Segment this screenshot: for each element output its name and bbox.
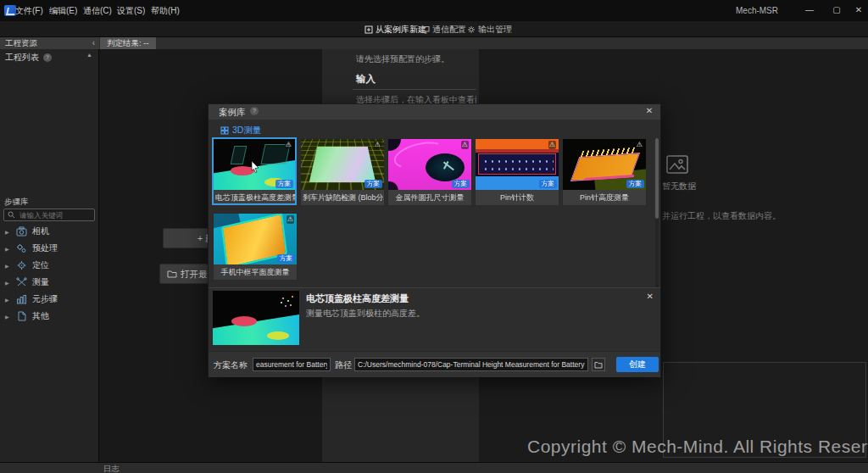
document-icon	[16, 311, 27, 321]
menu-communication[interactable]: 通信(C)	[80, 5, 115, 17]
tab-new-from-case-library[interactable]: 从案例库新建	[364, 24, 426, 36]
step-library-header: 步骤库	[4, 197, 29, 208]
sidebar-item-measure[interactable]: ▶ 测量	[0, 275, 99, 290]
expand-icon[interactable]: ▶	[5, 263, 11, 269]
warning-icon: ⚠	[374, 141, 381, 149]
browse-folder-button[interactable]	[592, 358, 605, 371]
card-thumbnail-phone-frame: ⚠ 方案	[214, 214, 297, 264]
solution-name-input[interactable]	[253, 358, 331, 371]
dialog-scrollbar-thumb[interactable]	[655, 138, 659, 219]
card-label: Pin针计数	[476, 190, 559, 206]
mouse-cursor-icon	[251, 161, 259, 173]
project-list-row[interactable]: 工程列表?	[0, 51, 99, 64]
result-tab-strip	[99, 37, 868, 49]
tab-output-management[interactable]: 输出管理	[467, 24, 512, 36]
detail-close-icon[interactable]: ✕	[647, 292, 654, 301]
card-thumbnail-pin-count: ⚠ 方案	[476, 139, 559, 190]
solution-badge: 方案	[275, 180, 293, 188]
no-data-text: 暂无数据	[662, 181, 696, 192]
folder-open-icon	[167, 270, 177, 278]
select-step-hint: 请先选择预配置的步骤。	[356, 53, 449, 65]
dialog-close-icon[interactable]: ✕	[643, 106, 655, 115]
card-label: Pin针高度测量	[563, 190, 646, 206]
menu-help[interactable]: 帮助(H)	[147, 5, 183, 17]
search-input[interactable]	[18, 210, 91, 220]
create-button[interactable]: 创建	[616, 357, 659, 372]
sidebar-item-meta-step[interactable]: ▶ 元步骤	[0, 292, 99, 307]
expand-icon[interactable]: ▶	[5, 229, 11, 235]
camera-icon	[16, 226, 27, 236]
gear-icon	[467, 25, 476, 34]
solution-badge: 方案	[539, 180, 557, 188]
input-section-header: 输入	[356, 73, 376, 86]
menu-settings[interactable]: 设置(S)	[114, 5, 148, 17]
help-badge-icon: ?	[43, 53, 52, 62]
collapse-up-icon[interactable]: ▲	[86, 52, 92, 58]
category-3d-measure[interactable]: 3D测量	[220, 125, 261, 136]
warning-icon: ⚠	[636, 141, 643, 149]
menu-file[interactable]: 文件(F)	[12, 5, 47, 17]
card-grid: ⚠ 方案 电芯顶盖极柱高度差测量 ⚠ 方案 刹车片缺陷检测 (Blob分析) ⚠	[209, 136, 660, 287]
card-label: 刹车片缺陷检测 (Blob分析)	[301, 190, 384, 206]
case-card-battery-cap[interactable]: ⚠ 方案 电芯顶盖极柱高度差测量	[212, 137, 297, 205]
card-thumbnail-metal-hole: ⚠ 方案	[388, 139, 471, 190]
close-button[interactable]: ✕	[849, 3, 868, 17]
expand-icon[interactable]: ▶	[5, 246, 11, 252]
new-case-icon	[364, 25, 373, 34]
card-label: 电芯顶盖极柱高度差测量	[214, 190, 295, 206]
maximize-button[interactable]: ▢	[827, 3, 846, 17]
expand-icon[interactable]: ▶	[5, 314, 11, 320]
log-bar: 日志	[0, 462, 868, 473]
case-card-pin-height[interactable]: ⚠ 方案 Pin针高度测量	[562, 138, 647, 206]
left-sidebar: 工程资源 ‹ 工程列表? ▲ 步骤库 ▶ 相机 ▶ 预处理 ▶ 定位 ▶	[0, 37, 99, 462]
card-label: 金属件圆孔尺寸测量	[388, 190, 471, 206]
project-resources-header: 工程资源 ‹	[0, 37, 99, 49]
copyright-text: Copyright © Mech-Mind. All Rights Reserv…	[527, 437, 868, 457]
path-input[interactable]	[354, 358, 588, 371]
grid-3d-icon	[220, 126, 229, 135]
menu-edit[interactable]: 编辑(E)	[46, 5, 81, 17]
crosshair-icon	[16, 260, 27, 270]
minimize-button[interactable]: —	[800, 3, 819, 17]
folder-icon	[594, 361, 603, 369]
sidebar-item-other[interactable]: ▶ 其他	[0, 309, 99, 324]
solution-badge: 方案	[626, 180, 644, 188]
case-detail-section: 电芯顶盖极柱高度差测量 测量电芯顶盖到极柱的高度差。 ✕	[209, 287, 660, 351]
sidebar-item-preprocess[interactable]: ▶ 预处理	[0, 241, 99, 256]
dialog-footer: 方案名称 路径 创建	[209, 351, 660, 377]
path-label: 路径	[335, 359, 352, 371]
card-thumbnail-battery-cap: ⚠ 方案	[214, 139, 295, 190]
expand-icon[interactable]: ▶	[5, 280, 11, 286]
case-card-metal-hole[interactable]: ⚠ 方案 金属件圆孔尺寸测量	[387, 138, 472, 206]
case-library-dialog: 案例库 ? ✕ 3D测量 ⚠ 方案 电芯顶盖极柱高度差测量	[208, 103, 661, 377]
dialog-title: 案例库	[219, 107, 246, 119]
input-divider	[353, 89, 476, 90]
run-project-hint: 并运行工程，以查看数据内容。	[662, 210, 781, 222]
sidebar-item-locate[interactable]: ▶ 定位	[0, 258, 99, 273]
case-card-phone-frame[interactable]: ⚠ 方案 手机中框平面度测量	[213, 213, 298, 281]
case-card-pin-count[interactable]: ⚠ 方案 Pin针计数	[475, 138, 559, 206]
window-title: Mech-MSR	[736, 6, 778, 15]
title-bar: 文件(F) 编辑(E) 通信(C) 设置(S) 帮助(H) Mech-MSR —…	[0, 0, 868, 21]
card-thumbnail-pin-height: ⚠ 方案	[563, 139, 646, 190]
detail-description: 测量电芯顶盖到极柱的高度差。	[306, 308, 425, 320]
expand-icon[interactable]: ▶	[5, 297, 11, 303]
step-search-box[interactable]	[3, 209, 95, 221]
warning-icon: ⚠	[548, 141, 556, 149]
no-data-image-icon	[666, 154, 688, 175]
detail-thumbnail	[213, 291, 299, 345]
collapse-left-icon[interactable]: ‹	[92, 37, 95, 49]
solution-badge: 方案	[452, 180, 470, 188]
monitor-icon	[421, 25, 430, 34]
sidebar-item-camera[interactable]: ▶ 相机	[0, 224, 99, 239]
log-tab[interactable]: 日志	[103, 464, 120, 473]
dialog-help-icon[interactable]: ?	[250, 107, 259, 115]
steps-icon	[16, 294, 27, 304]
warning-icon: ⚠	[287, 215, 294, 224]
case-card-brake-pad[interactable]: ⚠ 方案 刹车片缺陷检测 (Blob分析)	[300, 138, 385, 206]
solution-badge: 方案	[277, 254, 295, 263]
tab-communication-config[interactable]: 通信配置	[421, 24, 466, 36]
card-thumbnail-brake-pad: ⚠ 方案	[301, 139, 384, 190]
solution-name-label: 方案名称	[214, 359, 248, 371]
result-tab[interactable]: 判定结果: --	[100, 37, 156, 49]
